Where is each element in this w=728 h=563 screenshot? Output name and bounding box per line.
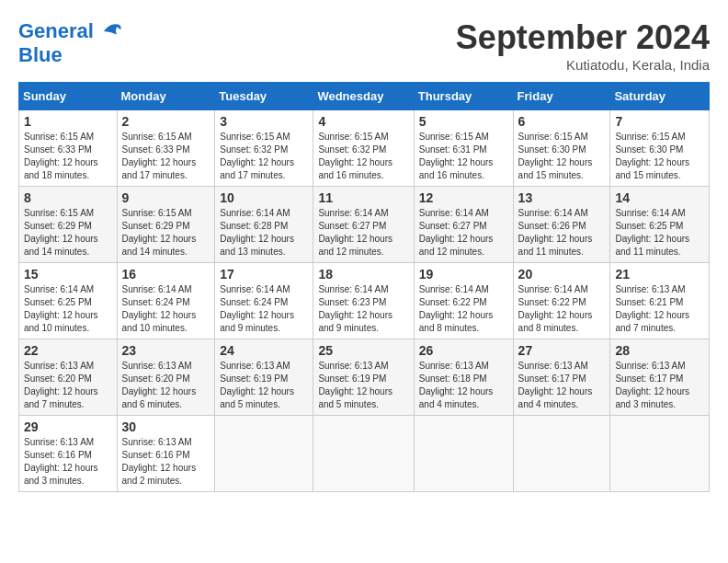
weekday-header-row: SundayMondayTuesdayWednesdayThursdayFrid…: [19, 83, 710, 110]
day-number: 14: [615, 190, 704, 205]
day-info: Sunrise: 6:14 AMSunset: 6:24 PMDaylight:…: [220, 283, 308, 335]
calendar-day-cell: 3Sunrise: 6:15 AMSunset: 6:32 PMDaylight…: [215, 110, 313, 187]
day-info: Sunrise: 6:15 AMSunset: 6:32 PMDaylight:…: [220, 131, 308, 182]
calendar-day-cell: 18Sunrise: 6:14 AMSunset: 6:23 PMDayligh…: [313, 263, 414, 339]
day-number: 8: [24, 190, 112, 205]
calendar-day-cell: 25Sunrise: 6:13 AMSunset: 6:19 PMDayligh…: [313, 339, 414, 416]
calendar-week-row: 8Sunrise: 6:15 AMSunset: 6:29 PMDaylight…: [19, 187, 710, 263]
calendar-day-cell: 11Sunrise: 6:14 AMSunset: 6:27 PMDayligh…: [313, 187, 414, 263]
weekday-header-thursday: Thursday: [414, 83, 513, 110]
calendar-day-cell: 8Sunrise: 6:15 AMSunset: 6:29 PMDaylight…: [19, 187, 118, 263]
day-number: 30: [122, 419, 210, 434]
day-info: Sunrise: 6:13 AMSunset: 6:17 PMDaylight:…: [615, 360, 704, 411]
day-number: 18: [318, 267, 408, 282]
day-info: Sunrise: 6:15 AMSunset: 6:29 PMDaylight:…: [24, 207, 112, 259]
day-info: Sunrise: 6:13 AMSunset: 6:19 PMDaylight:…: [220, 360, 308, 411]
calendar-week-row: 22Sunrise: 6:13 AMSunset: 6:20 PMDayligh…: [19, 339, 710, 416]
day-info: Sunrise: 6:14 AMSunset: 6:23 PMDaylight:…: [318, 283, 408, 335]
calendar-day-cell: 2Sunrise: 6:15 AMSunset: 6:33 PMDaylight…: [117, 110, 215, 187]
calendar-day-cell: 14Sunrise: 6:14 AMSunset: 6:25 PMDayligh…: [610, 187, 710, 263]
day-number: 15: [24, 267, 112, 282]
day-info: Sunrise: 6:15 AMSunset: 6:33 PMDaylight:…: [122, 131, 210, 182]
weekday-header-sunday: Sunday: [19, 83, 118, 110]
day-info: Sunrise: 6:15 AMSunset: 6:31 PMDaylight:…: [419, 131, 508, 182]
calendar-day-cell: 22Sunrise: 6:13 AMSunset: 6:20 PMDayligh…: [19, 339, 118, 416]
calendar-day-cell: 5Sunrise: 6:15 AMSunset: 6:31 PMDaylight…: [414, 110, 513, 187]
month-title: September 2024: [456, 18, 710, 57]
day-number: 4: [318, 114, 408, 129]
day-number: 17: [220, 267, 308, 282]
day-info: Sunrise: 6:14 AMSunset: 6:26 PMDaylight:…: [518, 207, 606, 259]
calendar-day-cell: 19Sunrise: 6:14 AMSunset: 6:22 PMDayligh…: [414, 263, 513, 339]
day-number: 9: [122, 190, 210, 205]
calendar-day-cell: [610, 416, 710, 492]
calendar-day-cell: 15Sunrise: 6:14 AMSunset: 6:25 PMDayligh…: [19, 263, 118, 339]
calendar-week-row: 1Sunrise: 6:15 AMSunset: 6:33 PMDaylight…: [19, 110, 710, 187]
logo: General Blue: [18, 18, 123, 66]
calendar-table: SundayMondayTuesdayWednesdayThursdayFrid…: [18, 82, 710, 492]
day-info: Sunrise: 6:15 AMSunset: 6:29 PMDaylight:…: [122, 207, 210, 259]
calendar-day-cell: 26Sunrise: 6:13 AMSunset: 6:18 PMDayligh…: [414, 339, 513, 416]
calendar-day-cell: 21Sunrise: 6:13 AMSunset: 6:21 PMDayligh…: [610, 263, 710, 339]
day-number: 27: [518, 343, 606, 358]
day-number: 24: [220, 343, 308, 358]
calendar-day-cell: 17Sunrise: 6:14 AMSunset: 6:24 PMDayligh…: [215, 263, 313, 339]
calendar-day-cell: 24Sunrise: 6:13 AMSunset: 6:19 PMDayligh…: [215, 339, 313, 416]
calendar-day-cell: 28Sunrise: 6:13 AMSunset: 6:17 PMDayligh…: [610, 339, 710, 416]
day-info: Sunrise: 6:14 AMSunset: 6:28 PMDaylight:…: [220, 207, 308, 259]
day-number: 13: [518, 190, 606, 205]
day-number: 1: [24, 114, 112, 129]
calendar-day-cell: [313, 416, 414, 492]
calendar-day-cell: 7Sunrise: 6:15 AMSunset: 6:30 PMDaylight…: [610, 110, 710, 187]
day-number: 12: [419, 190, 508, 205]
day-number: 2: [122, 114, 210, 129]
calendar-day-cell: [215, 416, 313, 492]
weekday-header-tuesday: Tuesday: [215, 83, 313, 110]
day-info: Sunrise: 6:13 AMSunset: 6:16 PMDaylight:…: [122, 436, 210, 488]
day-info: Sunrise: 6:13 AMSunset: 6:20 PMDaylight:…: [122, 360, 210, 411]
day-number: 19: [419, 267, 508, 282]
day-number: 28: [615, 343, 704, 358]
day-info: Sunrise: 6:14 AMSunset: 6:22 PMDaylight:…: [518, 283, 606, 335]
location: Kutiatodu, Kerala, India: [456, 57, 710, 73]
day-number: 23: [122, 343, 210, 358]
day-info: Sunrise: 6:13 AMSunset: 6:21 PMDaylight:…: [615, 283, 704, 335]
day-info: Sunrise: 6:14 AMSunset: 6:25 PMDaylight:…: [24, 283, 112, 335]
weekday-header-saturday: Saturday: [610, 83, 710, 110]
calendar-day-cell: 16Sunrise: 6:14 AMSunset: 6:24 PMDayligh…: [117, 263, 215, 339]
day-number: 22: [24, 343, 112, 358]
title-block: September 2024 Kutiatodu, Kerala, India: [456, 18, 710, 73]
calendar-day-cell: 6Sunrise: 6:15 AMSunset: 6:30 PMDaylight…: [513, 110, 610, 187]
weekday-header-monday: Monday: [117, 83, 215, 110]
day-number: 29: [24, 419, 112, 434]
day-info: Sunrise: 6:13 AMSunset: 6:16 PMDaylight:…: [24, 436, 112, 488]
logo-text: General: [18, 20, 94, 42]
calendar-day-cell: 27Sunrise: 6:13 AMSunset: 6:17 PMDayligh…: [513, 339, 610, 416]
calendar-day-cell: 13Sunrise: 6:14 AMSunset: 6:26 PMDayligh…: [513, 187, 610, 263]
day-number: 16: [122, 267, 210, 282]
day-info: Sunrise: 6:15 AMSunset: 6:33 PMDaylight:…: [24, 131, 112, 182]
day-number: 7: [615, 114, 704, 129]
day-number: 20: [518, 267, 606, 282]
weekday-header-friday: Friday: [513, 83, 610, 110]
calendar-day-cell: [513, 416, 610, 492]
day-info: Sunrise: 6:14 AMSunset: 6:27 PMDaylight:…: [318, 207, 408, 259]
logo-blue: Blue: [18, 44, 123, 66]
day-info: Sunrise: 6:14 AMSunset: 6:27 PMDaylight:…: [419, 207, 508, 259]
calendar-day-cell: 10Sunrise: 6:14 AMSunset: 6:28 PMDayligh…: [215, 187, 313, 263]
day-info: Sunrise: 6:14 AMSunset: 6:24 PMDaylight:…: [122, 283, 210, 335]
calendar-day-cell: 29Sunrise: 6:13 AMSunset: 6:16 PMDayligh…: [19, 416, 118, 492]
day-info: Sunrise: 6:13 AMSunset: 6:18 PMDaylight:…: [419, 360, 508, 411]
logo-bird-icon: [97, 18, 123, 44]
weekday-header-wednesday: Wednesday: [313, 83, 414, 110]
day-info: Sunrise: 6:13 AMSunset: 6:19 PMDaylight:…: [318, 360, 408, 411]
page-header: General Blue September 2024 Kutiatodu, K…: [18, 18, 710, 73]
day-number: 10: [220, 190, 308, 205]
calendar-day-cell: 12Sunrise: 6:14 AMSunset: 6:27 PMDayligh…: [414, 187, 513, 263]
calendar-day-cell: 9Sunrise: 6:15 AMSunset: 6:29 PMDaylight…: [117, 187, 215, 263]
calendar-day-cell: 4Sunrise: 6:15 AMSunset: 6:32 PMDaylight…: [313, 110, 414, 187]
day-number: 3: [220, 114, 308, 129]
day-number: 26: [419, 343, 508, 358]
calendar-day-cell: 1Sunrise: 6:15 AMSunset: 6:33 PMDaylight…: [19, 110, 118, 187]
calendar-day-cell: [414, 416, 513, 492]
